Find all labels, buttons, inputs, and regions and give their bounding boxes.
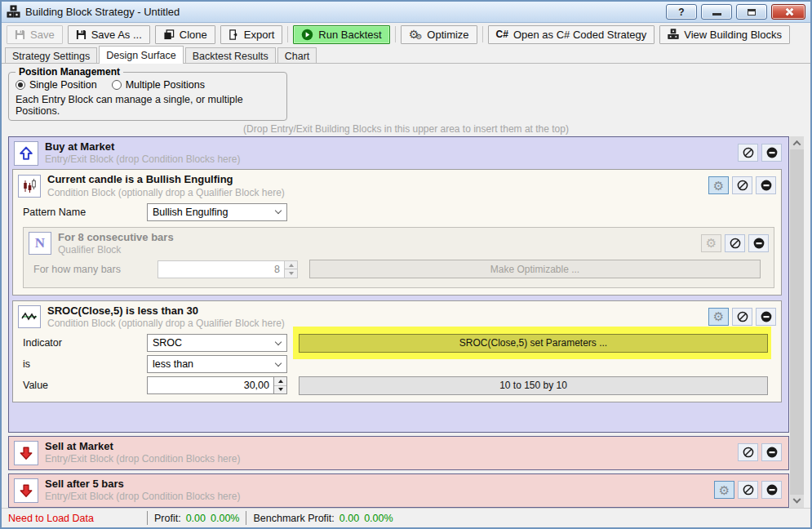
export-button[interactable]: Export [220,25,283,44]
save-as-icon [76,29,87,40]
position-management-groupbox: Position Management Single Position Mult… [8,72,287,121]
maximize-button[interactable] [736,4,767,20]
disable-block-button[interactable] [738,144,758,162]
indicator-label: Indicator [23,337,147,349]
pattern-name-label: Pattern Name [23,207,147,218]
csharp-icon: C# [496,29,508,40]
design-surface-panel: Position Management Single Position Mult… [2,64,810,508]
block-title: Sell at Market [45,440,240,453]
toolbar-separator [395,26,396,42]
run-backtest-button[interactable]: Run Backtest [293,25,389,44]
status-separator [147,511,148,525]
optimize-button[interactable]: ⚙⚙ Optimize [401,25,477,44]
open-csharp-label: Open as C# Coded Strategy [513,29,646,41]
close-icon [784,7,793,16]
spin-up-icon [289,264,294,267]
help-button[interactable]: ? [666,4,697,20]
spin-down-icon [289,272,294,275]
indicator-select[interactable]: SROC [147,334,287,352]
number-stepper[interactable] [284,261,297,278]
value-input[interactable]: 30,00 [147,376,287,394]
indicator-value: SROC [153,337,182,349]
make-optimizable-button[interactable]: Make Optimizable ... [309,260,761,278]
gear-icon: ⚙ [713,310,724,322]
disable-block-button[interactable] [725,234,745,252]
condition-block-bullish-engulfing[interactable]: Current candle is a Bullish Engulfing Co… [12,169,782,296]
clone-icon [163,29,175,40]
sell-arrow-icon [14,478,38,503]
tab-design-surface[interactable]: Design Surface [99,46,183,64]
no-entry-icon [742,483,755,496]
minus-circle-icon [752,237,765,250]
operator-select[interactable]: less than [147,355,287,373]
spin-up-icon [278,380,283,383]
block-subtitle: Entry/Exit Block (drop Condition Blocks … [45,453,240,465]
remove-block-button[interactable] [761,144,782,162]
export-icon [229,29,239,40]
gear-icon: ⚙ [719,484,730,496]
buy-arrow-icon [14,141,38,166]
close-button[interactable] [771,4,805,20]
exit-block-sell-at-market[interactable]: Sell at Market Entry/Exit Block (drop Co… [8,436,789,470]
minus-circle-icon [765,446,779,459]
block-subtitle: Entry/Exit Block (drop Condition Blocks … [45,153,240,166]
tab-chart[interactable]: Chart [277,47,317,64]
settings-button[interactable]: ⚙ [708,176,729,194]
remove-block-button[interactable] [756,308,776,326]
disable-block-button[interactable] [732,308,752,326]
disable-block-button[interactable] [732,176,752,194]
entry-block-buy-at-market[interactable]: Buy at Market Entry/Exit Block (drop Con… [8,136,789,433]
condition-block-sroc[interactable]: SROC(Close,5) is less than 30 Condition … [12,300,782,402]
exit-block-sell-after-bars[interactable]: Sell after 5 bars Entry/Exit Block (drop… [8,473,789,508]
settings-button[interactable]: ⚙ [708,308,729,326]
status-separator [246,511,246,525]
position-management-description: Each Entry Block can manage a single, or… [16,94,280,117]
number-stepper[interactable] [273,377,286,393]
toolbar-separator [287,26,288,42]
scroll-down-button[interactable] [790,495,804,508]
tab-strategy-settings[interactable]: Strategy Settings [5,47,97,64]
radio-single-position-label: Single Position [29,79,97,91]
disable-block-button[interactable] [738,443,758,461]
remove-block-button[interactable] [761,481,782,499]
save-button[interactable]: Save [7,25,63,44]
minimize-button[interactable] [701,4,732,20]
blocks-column: Buy at Market Entry/Exit Block (drop Con… [8,136,789,508]
param-highlight-area: SROC(Close,5) set Parameters ... [299,334,768,353]
minus-circle-icon [765,483,779,496]
radio-single-position[interactable]: Single Position [16,79,97,91]
block-title: For 8 consecutive bars [58,231,174,244]
run-backtest-label: Run Backtest [318,29,381,41]
radio-multiple-positions[interactable]: Multiple Positions [112,79,205,91]
optimization-range-button[interactable]: 10 to 150 by 10 [299,376,768,395]
vertical-scrollbar[interactable] [790,136,804,508]
block-title: Buy at Market [45,140,240,153]
profit-percent: 0.00% [211,513,239,524]
tab-backtest-results[interactable]: Backtest Results [185,47,276,64]
view-building-blocks-button[interactable]: View Building Blocks [659,25,790,44]
app-window: Building Block Strategy - Untitled ? Sav… [0,0,812,529]
no-entry-icon [742,446,755,459]
open-csharp-button[interactable]: C# Open as C# Coded Strategy [488,25,655,44]
qualifier-block-consecutive-bars[interactable]: N For 8 consecutive bars Qualifier Block… [23,227,774,288]
window-controls: ? [666,4,805,20]
settings-button[interactable]: ⚙ [714,481,734,499]
qualifier-n-icon: N [29,232,51,255]
operator-value: less than [153,358,193,370]
pattern-name-select[interactable]: Bullish Engulfing [147,203,287,221]
save-as-button[interactable]: Save As ... [68,25,150,44]
gear-icon: ⚙ [706,237,717,249]
set-parameters-button[interactable]: SROC(Close,5) set Parameters ... [299,334,768,353]
clone-button[interactable]: Clone [155,25,215,44]
chevron-up-icon [793,140,801,148]
block-subtitle: Entry/Exit Block (drop Condition Blocks … [45,491,240,503]
app-icon [7,5,20,19]
remove-block-button[interactable] [761,443,782,461]
scroll-up-button[interactable] [790,136,804,149]
disable-block-button[interactable] [738,481,758,499]
benchmark-profit-percent: 0.00% [364,513,393,524]
toolbar: Save Save As ... Clone Export Run Backte… [2,23,810,46]
bars-count-input[interactable]: 8 [158,260,298,278]
remove-block-button[interactable] [748,234,769,252]
remove-block-button[interactable] [756,176,776,194]
